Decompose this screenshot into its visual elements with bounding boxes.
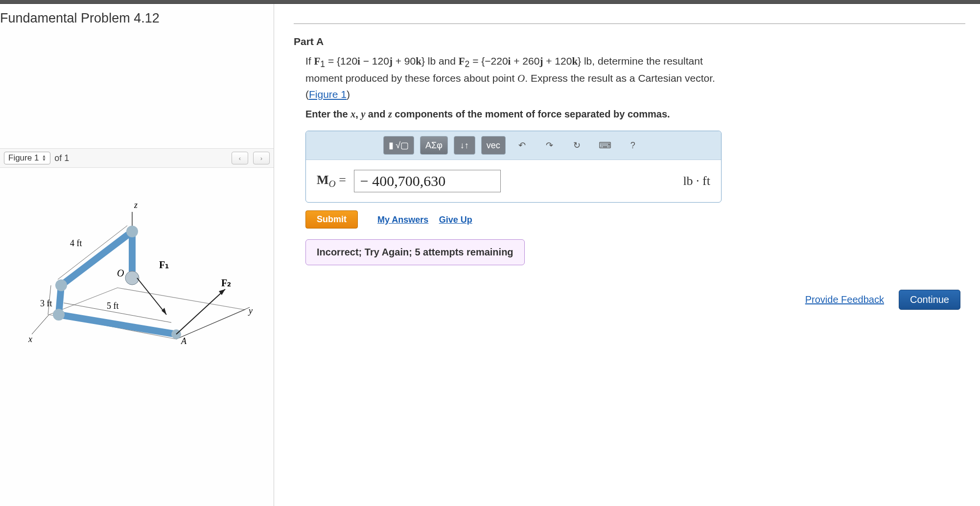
- svg-line-1: [176, 307, 250, 339]
- answer-variable: MO =: [317, 173, 346, 189]
- right-panel: Part A If F1 = {120i − 120j + 90k} lb an…: [274, 4, 980, 506]
- problem-title: Fundamental Problem 4.12: [0, 4, 274, 31]
- point-O-label: O: [117, 268, 124, 278]
- axis-y-label: y: [248, 306, 253, 316]
- answer-box: ▮√▢ ΑΣφ ↓↑ vec ↶ ↷ ↻ ⌨ ? MO = lb · ft: [305, 131, 722, 203]
- sqrt-icon: √▢: [396, 140, 409, 151]
- help-icon: ?: [630, 140, 635, 151]
- force-F1-label: F₁: [159, 259, 169, 270]
- reset-button[interactable]: ↻: [566, 136, 588, 155]
- templates-icon: ▮: [389, 140, 394, 151]
- M-sym: M: [317, 173, 329, 187]
- chevron-right-icon: ›: [260, 155, 262, 162]
- dim-5ft: 5 ft: [107, 301, 119, 311]
- answer-row: MO = lb · ft: [306, 160, 721, 202]
- problem-statement: If F1 = {120i − 120j + 90k} lb and F2 = …: [294, 53, 724, 102]
- svg-point-3: [126, 226, 138, 237]
- feedback-message: Incorrect; Try Again; 5 attempts remaini…: [305, 239, 525, 265]
- redo-icon: ↷: [546, 140, 553, 151]
- answer-links: My Answers Give Up: [377, 214, 480, 225]
- x-var: x: [350, 109, 355, 119]
- F2-sym: F: [459, 55, 465, 67]
- F1-sub: 1: [320, 59, 325, 69]
- txt: = {120: [325, 55, 357, 67]
- keyboard-button[interactable]: ⌨: [594, 136, 616, 155]
- dim-4ft: 4 ft: [70, 238, 82, 248]
- svg-line-8: [137, 278, 166, 315]
- give-up-link[interactable]: Give Up: [439, 215, 472, 225]
- txt: + 90: [393, 55, 416, 67]
- figure-box: z y x O A: [0, 168, 274, 364]
- greek-label: ΑΣφ: [425, 140, 443, 151]
- left-panel: Fundamental Problem 4.12 Figure 1 ▲▼ of …: [0, 4, 274, 506]
- continue-button[interactable]: Continue: [899, 290, 960, 310]
- M-sub: O: [329, 179, 336, 189]
- F2-sub: 2: [465, 59, 470, 69]
- keyboard-icon: ⌨: [599, 140, 611, 151]
- figure-selector[interactable]: Figure 1 ▲▼: [4, 152, 50, 164]
- submit-row: Submit My Answers Give Up: [305, 210, 965, 229]
- vec-label: vec: [487, 140, 500, 151]
- point-A-label: A: [181, 336, 187, 346]
- k-vec2: k: [572, 55, 578, 67]
- undo-icon: ↶: [518, 140, 526, 151]
- figure-prev-button[interactable]: ‹: [232, 152, 248, 164]
- figure-select-label: Figure 1: [8, 153, 39, 163]
- greek-button[interactable]: ΑΣφ: [420, 136, 448, 155]
- force-F2-label: F₂: [221, 277, 231, 288]
- figure-link[interactable]: Figure 1: [309, 89, 347, 100]
- axis-x-label: x: [28, 334, 32, 344]
- k-vec: k: [416, 55, 421, 67]
- svg-line-2: [32, 315, 49, 334]
- chevron-left-icon: ‹: [239, 155, 241, 162]
- updown-icon: ↓↑: [460, 140, 469, 151]
- my-answers-link[interactable]: My Answers: [377, 215, 428, 225]
- answer-instruction: Enter the x, y and z components of the m…: [294, 102, 965, 123]
- figure-diagram: z y x O A: [20, 183, 255, 359]
- txt: and: [365, 109, 388, 119]
- dim-3ft: 3 ft: [40, 299, 52, 308]
- help-button[interactable]: ?: [622, 136, 644, 155]
- answer-units: lb · ft: [683, 174, 710, 188]
- provide-feedback-link[interactable]: Provide Feedback: [805, 294, 884, 305]
- figure-nav: ‹ ›: [232, 152, 270, 164]
- O-var: O: [517, 72, 525, 84]
- txt: + 260: [511, 55, 539, 67]
- svg-point-4: [55, 279, 67, 291]
- figure-next-button[interactable]: ›: [253, 152, 270, 164]
- footer-row: Provide Feedback Continue: [294, 290, 965, 310]
- z-var: z: [388, 109, 392, 119]
- svg-point-6: [125, 271, 139, 285]
- subscript-button[interactable]: ↓↑: [454, 136, 475, 155]
- figure-of-text: of 1: [54, 153, 69, 163]
- svg-point-5: [53, 309, 65, 321]
- txt: ,: [355, 109, 361, 119]
- j-vec: j: [389, 55, 393, 67]
- axis-z-label: z: [134, 200, 138, 210]
- submit-button[interactable]: Submit: [305, 210, 358, 229]
- templates-button[interactable]: ▮√▢: [383, 136, 414, 155]
- txt: ): [347, 89, 350, 100]
- equals: =: [336, 173, 346, 187]
- figure-bar: Figure 1 ▲▼ of 1 ‹ ›: [0, 148, 274, 168]
- part-a-heading: Part A: [294, 23, 965, 53]
- txt: Enter the: [305, 109, 350, 119]
- vec-button[interactable]: vec: [481, 136, 506, 155]
- redo-button[interactable]: ↷: [539, 136, 560, 155]
- stepper-icon[interactable]: ▲▼: [42, 155, 46, 161]
- txt: } lb and: [421, 55, 459, 67]
- undo-button[interactable]: ↶: [512, 136, 533, 155]
- y-var: y: [361, 109, 365, 119]
- svg-line-10: [176, 289, 225, 334]
- txt: components of the moment of force separa…: [392, 109, 670, 119]
- txt: If: [305, 55, 314, 67]
- F1-sym: F: [314, 55, 321, 67]
- txt: = {−220: [469, 55, 508, 67]
- window-topbar: [0, 0, 980, 4]
- txt: + 120: [543, 55, 572, 67]
- reset-icon: ↻: [573, 140, 581, 151]
- main-container: Fundamental Problem 4.12 Figure 1 ▲▼ of …: [0, 4, 980, 506]
- answer-input[interactable]: [354, 170, 501, 192]
- txt: − 120: [360, 55, 389, 67]
- equation-toolbar: ▮√▢ ΑΣφ ↓↑ vec ↶ ↷ ↻ ⌨ ?: [306, 131, 721, 160]
